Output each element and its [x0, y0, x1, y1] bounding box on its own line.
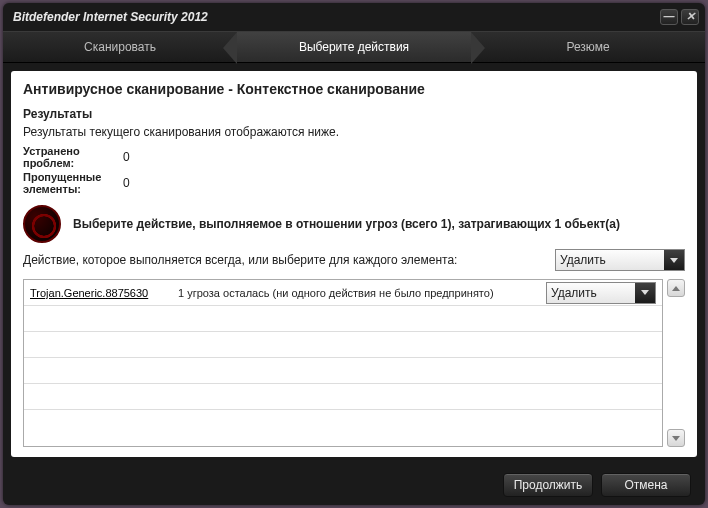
tab-resume-label: Резюме	[566, 40, 609, 54]
chevron-down-icon	[635, 283, 655, 303]
app-window: Bitdefender Internet Security 2012 — ✕ С…	[3, 3, 705, 505]
tab-choose-actions[interactable]: Выберите действия	[237, 32, 471, 62]
table-row	[24, 384, 662, 410]
tab-choose-label: Выберите действия	[299, 40, 409, 54]
cancel-label: Отмена	[624, 478, 667, 492]
threat-name-link[interactable]: Trojan.Generic.8875630	[30, 287, 170, 299]
threat-action-select[interactable]: Удалить	[546, 282, 656, 304]
continue-button[interactable]: Продолжить	[503, 473, 593, 497]
threat-grid-wrap: Trojan.Generic.8875630 1 угроза осталась…	[23, 279, 685, 447]
table-row: Trojan.Generic.8875630 1 угроза осталась…	[24, 280, 662, 306]
threat-action-value: Удалить	[551, 286, 597, 300]
titlebar: Bitdefender Internet Security 2012 — ✕	[3, 3, 705, 31]
app-title: Bitdefender Internet Security 2012	[13, 10, 208, 24]
continue-label: Продолжить	[514, 478, 583, 492]
tab-scan[interactable]: Сканировать	[3, 32, 237, 62]
stat-fixed: Устранено проблем: 0	[23, 145, 685, 169]
stat-skipped-value: 0	[123, 176, 183, 190]
scroll-up-button[interactable]	[667, 279, 685, 297]
global-action-value: Удалить	[560, 253, 606, 267]
minimize-button[interactable]: —	[660, 9, 678, 25]
tab-resume[interactable]: Резюме	[471, 32, 705, 62]
global-action-row: Действие, которое выполняется всегда, ил…	[23, 249, 685, 271]
threat-banner: Выберите действие, выполняемое в отношен…	[23, 205, 685, 243]
tab-scan-label: Сканировать	[84, 40, 156, 54]
results-heading: Результаты	[23, 107, 685, 121]
content-pane: Антивирусное сканирование - Контекстное …	[11, 71, 697, 457]
table-row	[24, 358, 662, 384]
close-button[interactable]: ✕	[681, 9, 699, 25]
threat-icon	[23, 205, 61, 243]
cancel-button[interactable]: Отмена	[601, 473, 691, 497]
threat-status: 1 угроза осталась (ни одного действия не…	[178, 287, 538, 299]
table-row	[24, 306, 662, 332]
threat-grid: Trojan.Generic.8875630 1 угроза осталась…	[23, 279, 663, 447]
footer: Продолжить Отмена	[3, 465, 705, 505]
scroll-rail	[667, 279, 685, 447]
wizard-steps: Сканировать Выберите действия Резюме	[3, 31, 705, 63]
global-action-select[interactable]: Удалить	[555, 249, 685, 271]
stat-skipped: Пропущенные элементы: 0	[23, 171, 685, 195]
results-description: Результаты текущего сканирования отображ…	[23, 125, 685, 139]
stat-fixed-label: Устранено проблем:	[23, 145, 123, 169]
stat-skipped-label: Пропущенные элементы:	[23, 171, 123, 195]
threat-banner-text: Выберите действие, выполняемое в отношен…	[73, 217, 685, 231]
chevron-down-icon	[664, 250, 684, 270]
page-title: Антивирусное сканирование - Контекстное …	[23, 81, 685, 97]
stat-fixed-value: 0	[123, 150, 183, 164]
table-row	[24, 332, 662, 358]
global-action-label: Действие, которое выполняется всегда, ил…	[23, 253, 555, 267]
scroll-down-button[interactable]	[667, 429, 685, 447]
